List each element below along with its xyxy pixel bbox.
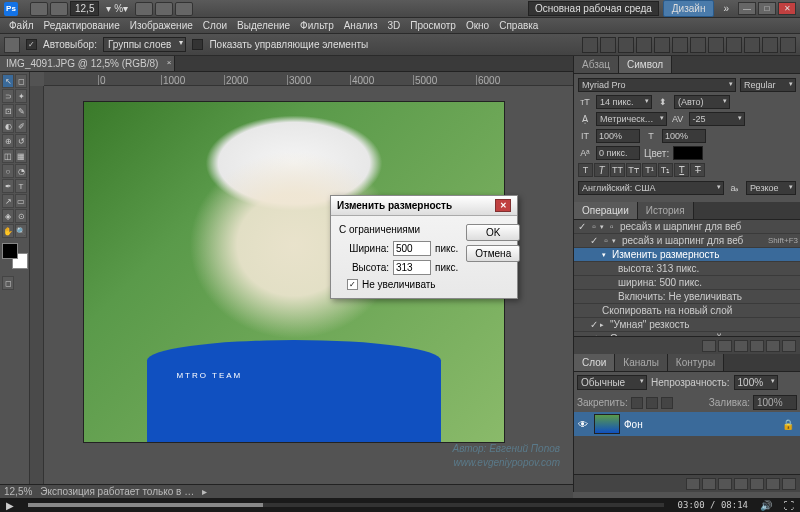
hscale-input[interactable]: 100% (662, 129, 706, 143)
stamp-tool[interactable]: ⊕ (2, 134, 14, 148)
document-tab[interactable]: IMG_4091.JPG @ 12,5% (RGB/8)× (0, 56, 175, 71)
close-button[interactable]: ✕ (778, 2, 796, 15)
font-style-dropdown[interactable]: Regular (740, 78, 796, 92)
smallcaps-icon[interactable]: Tᴛ (626, 163, 641, 177)
allcaps-icon[interactable]: TT (610, 163, 625, 177)
align-icon[interactable] (672, 37, 688, 53)
eraser-tool[interactable]: ◫ (2, 149, 14, 163)
video-scrubber[interactable] (28, 503, 664, 507)
pen-tool[interactable]: ✒ (2, 179, 14, 193)
tab-layers[interactable]: Слои (574, 354, 615, 371)
workspace-design[interactable]: Дизайн (663, 0, 715, 17)
visibility-icon[interactable]: 👁 (576, 417, 590, 431)
wand-tool[interactable]: ✦ (15, 89, 27, 103)
showcontrols-checkbox[interactable] (192, 39, 203, 50)
fullscreen-icon[interactable]: ⛶ (778, 500, 800, 511)
distribute-icon[interactable] (708, 37, 724, 53)
dialog-close-icon[interactable]: ✕ (495, 199, 511, 212)
camera-tool[interactable]: ⊙ (15, 209, 27, 223)
zoom-field[interactable]: 12,5 (70, 1, 99, 16)
autoselect-dropdown[interactable]: Группы слоев (103, 37, 186, 52)
lasso-tool[interactable]: ⊃ (2, 89, 14, 103)
menu-3d[interactable]: 3D (382, 20, 405, 31)
tab-paths[interactable]: Контуры (668, 354, 724, 371)
bridge-icon[interactable] (30, 2, 48, 16)
action-step[interactable]: ✓▸"Умная" резкость (574, 318, 800, 332)
tab-paragraph[interactable]: Абзац (574, 56, 619, 73)
align-icon[interactable] (600, 37, 616, 53)
strike-icon[interactable]: T̶ (690, 163, 705, 177)
menu-file[interactable]: Файл (4, 20, 39, 31)
gradient-tool[interactable]: ▦ (15, 149, 27, 163)
menu-edit[interactable]: Редактирование (39, 20, 125, 31)
noenlarge-checkbox[interactable]: ✓ (347, 279, 358, 290)
newaction-icon[interactable] (766, 340, 780, 352)
menu-analysis[interactable]: Анализ (339, 20, 383, 31)
brush-tool[interactable]: ✐ (15, 119, 27, 133)
antialias-dropdown[interactable]: Резкое (746, 181, 796, 195)
workspace-dropdown[interactable]: Основная рабочая среда (528, 1, 659, 16)
menu-select[interactable]: Выделение (232, 20, 295, 31)
baseline-input[interactable]: 0 пикс. (596, 146, 640, 160)
3d-tool[interactable]: ◈ (2, 209, 14, 223)
newlayer-icon[interactable] (766, 478, 780, 490)
kerning-dropdown[interactable]: Метрическ… (596, 112, 667, 126)
dialog-titlebar[interactable]: Изменить размерность ✕ (331, 196, 517, 216)
status-info[interactable]: Экспозиция работает только в … (40, 486, 194, 497)
fill-input[interactable]: 100% (753, 395, 797, 410)
distribute-icon[interactable] (780, 37, 796, 53)
stop-icon[interactable] (702, 340, 716, 352)
lock-pixels-icon[interactable] (631, 397, 643, 409)
align-icon[interactable] (654, 37, 670, 53)
tab-character[interactable]: Символ (619, 56, 672, 73)
menu-view[interactable]: Просмотр (405, 20, 461, 31)
fg-color[interactable] (2, 243, 18, 259)
tab-actions[interactable]: Операции (574, 202, 638, 219)
shape-tool[interactable]: ▭ (15, 194, 27, 208)
menu-image[interactable]: Изображение (125, 20, 198, 31)
menu-filter[interactable]: Фильтр (295, 20, 339, 31)
font-family-dropdown[interactable]: Myriad Pro (578, 78, 736, 92)
color-swatches[interactable] (2, 243, 28, 269)
move-tool[interactable]: ↖ (2, 74, 14, 88)
tab-close-icon[interactable]: × (167, 58, 172, 67)
heal-tool[interactable]: ◐ (2, 119, 14, 133)
tab-history[interactable]: История (638, 202, 694, 219)
action-step[interactable]: ▾Изменить размерность (574, 248, 800, 262)
type-tool[interactable]: T (15, 179, 27, 193)
history-brush-tool[interactable]: ↺ (15, 134, 27, 148)
workspace-more-icon[interactable]: » (718, 3, 734, 14)
align-icon[interactable] (636, 37, 652, 53)
trash-icon[interactable] (782, 340, 796, 352)
group-icon[interactable] (750, 478, 764, 490)
volume-icon[interactable]: 🔊 (754, 500, 778, 511)
mask-icon[interactable] (718, 478, 732, 490)
italic-icon[interactable]: T (594, 163, 609, 177)
blend-mode-dropdown[interactable]: Обычные (577, 375, 647, 390)
newset-icon[interactable] (750, 340, 764, 352)
fx-icon[interactable] (702, 478, 716, 490)
layer-thumbnail[interactable] (594, 414, 620, 434)
tracking-dropdown[interactable]: -25 (689, 112, 745, 126)
dodge-tool[interactable]: ◔ (15, 164, 27, 178)
marquee-tool[interactable]: ◻ (15, 74, 27, 88)
move-tool-icon[interactable] (4, 37, 20, 53)
tab-channels[interactable]: Каналы (615, 354, 668, 371)
zoom-tool[interactable]: 🔍 (15, 224, 27, 238)
status-zoom[interactable]: 12,5% (4, 486, 32, 497)
adjustment-icon[interactable] (734, 478, 748, 490)
action-item[interactable]: ✓▫▾ресайз и шарпинг для вебShift+F3 (574, 234, 800, 248)
layer-name[interactable]: Фон (624, 419, 643, 430)
action-set[interactable]: ✓▫▾▫ресайз и шарпинг для веб (574, 220, 800, 234)
distribute-icon[interactable] (690, 37, 706, 53)
width-input[interactable] (393, 241, 431, 256)
link-icon[interactable] (686, 478, 700, 490)
menu-layer[interactable]: Слои (198, 20, 232, 31)
language-dropdown[interactable]: Английский: США (578, 181, 724, 195)
text-color-swatch[interactable] (673, 146, 703, 160)
underline-icon[interactable]: T̲ (674, 163, 689, 177)
arrange-icon[interactable] (155, 2, 173, 16)
align-icon[interactable] (618, 37, 634, 53)
superscript-icon[interactable]: T¹ (642, 163, 657, 177)
align-icon[interactable] (582, 37, 598, 53)
